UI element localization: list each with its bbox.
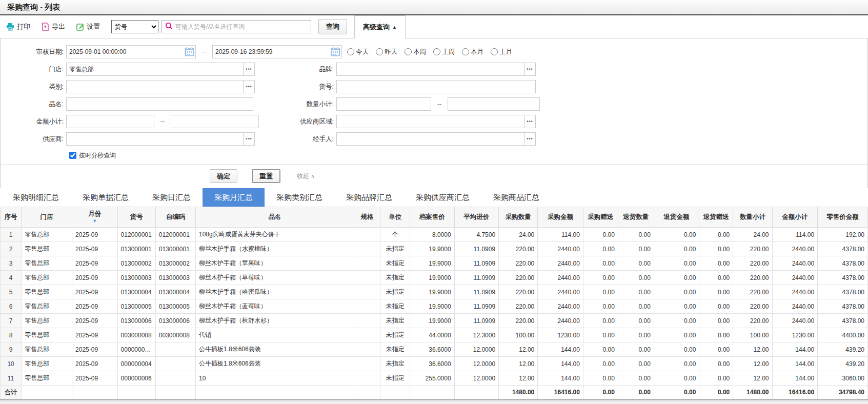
amount-subtotal-from-input[interactable] — [67, 115, 154, 128]
table-cell: 0.00 — [583, 256, 618, 271]
table-row[interactable]: 3零售总部2025-09013000002013000002柳丝木护手霜（苹果味… — [1, 256, 868, 271]
settings-button[interactable]: 设置 — [76, 22, 100, 31]
table-row[interactable]: 6零售总部2025-09013000005013000005柳丝木护手霜（蓝莓味… — [1, 299, 868, 314]
category-input[interactable] — [67, 80, 243, 93]
column-header-退货赠送[interactable]: 退货赠送 — [699, 207, 733, 228]
table-row[interactable]: 5零售总部2025-09013000004013000004柳丝木护手霜（哈密瓜… — [1, 285, 868, 299]
table-row[interactable]: 8零售总部2025-09003000008003000008代销未指定44.00… — [1, 328, 868, 342]
column-header-品名[interactable]: 品名 — [196, 207, 354, 228]
column-header-档案售价[interactable]: 档案售价 — [410, 207, 455, 228]
confirm-button[interactable]: 确定 — [210, 169, 237, 183]
column-header-label: 月份 — [88, 210, 101, 217]
table-cell: 2 — [1, 242, 22, 256]
column-header-货号[interactable]: 货号 — [117, 207, 155, 228]
tab-采购类别汇总[interactable]: 采购类别汇总 — [265, 188, 334, 207]
supplier-label: 供应商: — [1, 135, 66, 144]
table-cell: 4378.00 — [818, 271, 868, 285]
item-no-input[interactable] — [337, 80, 535, 93]
quick-range-option[interactable]: 上周 — [433, 48, 455, 56]
table-cell: 2440.00 — [538, 271, 583, 285]
column-header-退货数量[interactable]: 退货数量 — [618, 207, 654, 228]
audit-date-to-input[interactable] — [213, 46, 329, 58]
tab-采购月汇总[interactable]: 采购月汇总 — [203, 188, 265, 207]
advanced-query-tab[interactable]: 高级查询 ▲ — [354, 15, 406, 38]
export-button[interactable]: 导出 — [42, 22, 65, 31]
supplier-more-button[interactable]: ••• — [243, 133, 254, 145]
table-cell: 220.00 — [733, 242, 772, 256]
column-header-退货金额[interactable]: 退货金额 — [654, 207, 699, 228]
table-cell — [155, 357, 195, 371]
item-name-input[interactable] — [67, 98, 253, 110]
table-cell — [354, 342, 380, 357]
column-header-序号[interactable]: 序号 — [1, 207, 22, 228]
handler-more-button[interactable]: ••• — [524, 133, 535, 145]
table-row[interactable]: 10零售总部2025-09000000004公牛插板1.8米606袋装未指定36… — [1, 357, 868, 371]
amount-subtotal-to-input[interactable] — [171, 115, 258, 128]
quick-range-radio[interactable] — [376, 48, 383, 55]
qty-subtotal-to-input[interactable] — [448, 98, 539, 110]
table-row[interactable]: 4零售总部2025-09013000003013000003柳丝木护手霜（草莓味… — [1, 271, 868, 285]
table-row[interactable]: 1零售总部2025-09012000001012000001108g滨崎咸蛋黄麦… — [1, 228, 868, 242]
print-button[interactable]: 打印 — [6, 22, 30, 31]
column-header-自编码[interactable]: 自编码 — [155, 207, 195, 228]
quick-range-radio[interactable] — [462, 48, 469, 55]
reset-button[interactable]: 重置 — [252, 169, 280, 183]
column-header-采购赠送[interactable]: 采购赠送 — [583, 207, 618, 228]
column-header-采购金额[interactable]: 采购金额 — [538, 207, 583, 228]
table-row[interactable]: 2零售总部2025-09013000001013000001柳丝木护手霜（水蜜桃… — [1, 242, 868, 256]
supplier-region-input[interactable] — [337, 115, 524, 128]
quick-range-radio[interactable] — [491, 48, 498, 55]
quick-range-label: 本周 — [413, 48, 426, 56]
column-header-单位[interactable]: 单位 — [380, 207, 410, 228]
search-field-select[interactable]: 货号 — [111, 20, 158, 33]
table-cell — [155, 386, 195, 400]
tab-采购商品汇总[interactable]: 采购商品汇总 — [481, 188, 551, 207]
brand-input[interactable] — [337, 63, 524, 75]
quick-range-option[interactable]: 上月 — [491, 48, 512, 56]
advanced-query-label: 高级查询 — [363, 23, 390, 32]
store-input[interactable] — [67, 63, 243, 75]
quick-range-radio[interactable] — [347, 48, 354, 55]
search-input[interactable] — [175, 23, 308, 30]
column-header-规格[interactable]: 规格 — [354, 207, 380, 228]
column-header-采购数量[interactable]: 采购数量 — [499, 207, 538, 228]
tab-采购日汇总[interactable]: 采购日汇总 — [140, 188, 203, 207]
tab-采购品牌汇总[interactable]: 采购品牌汇总 — [334, 188, 404, 207]
quick-range-option[interactable]: 昨天 — [376, 48, 397, 56]
calendar-icon[interactable] — [183, 46, 195, 58]
table-row[interactable]: 7零售总部2025-09013000006013000006柳丝木护手霜（秋野水… — [1, 314, 868, 328]
column-header-数量小计[interactable]: 数量小计 — [733, 207, 772, 228]
qty-subtotal-from-input[interactable] — [337, 98, 431, 110]
quick-range-radio[interactable] — [405, 48, 412, 55]
store-more-button[interactable]: ••• — [243, 63, 254, 75]
column-header-门店[interactable]: 门店 — [22, 207, 72, 228]
table-cell: 0.00 — [699, 256, 733, 271]
category-more-button[interactable]: ••• — [243, 80, 254, 93]
supplier-input[interactable] — [67, 133, 243, 145]
column-header-零售价金额[interactable]: 零售价金额 — [818, 207, 868, 228]
table-row[interactable]: 9零售总部2025-09000000001...公牛插板1.8米606袋装未指定… — [1, 342, 868, 357]
quick-range-option[interactable]: 本月 — [462, 48, 483, 56]
calendar-icon[interactable] — [329, 46, 341, 58]
brand-more-button[interactable]: ••• — [524, 63, 535, 75]
collapse-link[interactable]: 收起 ∧ — [297, 172, 315, 180]
quick-range-radio[interactable] — [433, 48, 440, 55]
handler-input[interactable] — [337, 133, 524, 145]
time-precision-checkbox[interactable] — [69, 152, 76, 159]
query-button[interactable]: 查询 — [318, 19, 347, 34]
table-cell: 2025-09 — [72, 299, 118, 314]
audit-date-from-input[interactable] — [67, 46, 183, 58]
table-cell: 220.00 — [733, 299, 772, 314]
column-header-月份[interactable]: 月份▼ — [72, 207, 118, 228]
quick-range-option[interactable]: 今天 — [347, 48, 369, 56]
column-header-金额小计[interactable]: 金额小计 — [772, 207, 818, 228]
quick-range-option[interactable]: 本周 — [405, 48, 426, 56]
chevron-up-icon: ∧ — [311, 173, 314, 179]
table-row[interactable]: 11零售总部2025-0900000000610未指定255.000012.00… — [1, 371, 868, 386]
supplier-region-more-button[interactable]: ••• — [524, 115, 535, 128]
tab-采购供应商汇总[interactable]: 采购供应商汇总 — [404, 188, 481, 207]
tab-采购单据汇总[interactable]: 采购单据汇总 — [71, 188, 140, 207]
table-cell: 3060.00 — [818, 371, 868, 386]
tab-采购明细汇总[interactable]: 采购明细汇总 — [1, 188, 71, 207]
column-header-平均进价[interactable]: 平均进价 — [454, 207, 499, 228]
